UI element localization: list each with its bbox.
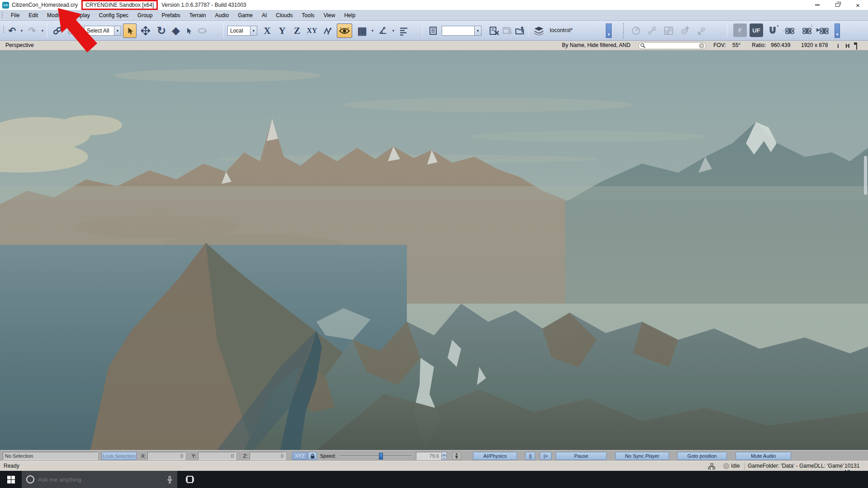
viewport-scrollbar[interactable] xyxy=(864,156,867,195)
follow-terrain-icon-button[interactable] xyxy=(321,23,335,38)
menu-file[interactable]: File xyxy=(6,11,24,20)
axis-lock-button[interactable] xyxy=(308,452,317,460)
cortana-search-bar[interactable] xyxy=(22,471,177,488)
speed-spinner[interactable]: ▲▼ xyxy=(442,452,447,460)
coord-space-caret-icon[interactable]: ▼ xyxy=(250,26,257,35)
toolbar-overflow-button[interactable]: ▼ xyxy=(835,23,840,38)
filter-mode-label[interactable]: By Name, Hide filtered, AND xyxy=(562,42,630,48)
menu-view[interactable]: View xyxy=(319,11,340,20)
task-view-button[interactable] xyxy=(180,471,200,488)
save-selection-button[interactable] xyxy=(500,23,514,38)
freeze-f-button[interactable]: F xyxy=(733,23,747,37)
fov-label[interactable]: FOV: xyxy=(713,42,726,48)
viewport-mode-label[interactable]: Perspective xyxy=(5,42,34,48)
physics-simulate-button[interactable]: ▶ xyxy=(817,23,831,38)
x-coordinate-input[interactable] xyxy=(150,453,183,459)
selection-info-field[interactable] xyxy=(3,452,98,460)
taskbar-search-input[interactable] xyxy=(38,476,167,483)
pause-physics-button[interactable]: || xyxy=(525,452,535,460)
coord-space-combo[interactable]: Local ▼ xyxy=(227,26,257,36)
redo-dropdown-icon[interactable]: ▾ xyxy=(40,23,45,38)
selection-filter-combo[interactable]: Select All ▼ xyxy=(84,26,121,36)
layer-dropdown-button[interactable]: ▼ xyxy=(606,23,612,38)
search-clear-icon[interactable]: ✕ xyxy=(699,43,704,48)
nodes-tool-icon[interactable] xyxy=(646,23,659,38)
menu-game[interactable]: Game xyxy=(233,11,257,20)
move-tool-button[interactable] xyxy=(139,23,152,38)
axis-x-button[interactable]: X xyxy=(260,23,274,38)
physics-reset-state-button[interactable]: ↓ xyxy=(800,23,814,38)
menu-audio[interactable]: Audio xyxy=(211,11,234,20)
minimize-button[interactable] xyxy=(807,0,827,10)
x-coordinate-field[interactable] xyxy=(147,452,185,460)
redo-button[interactable]: ↷ xyxy=(25,23,39,38)
named-selection-combo[interactable]: ▼ xyxy=(442,26,481,36)
menu-group[interactable]: Group xyxy=(133,11,157,20)
current-layer-combo[interactable]: tocontrol* xyxy=(550,27,573,33)
helpers-button[interactable]: H xyxy=(845,42,849,49)
unfreeze-uf-button[interactable]: UF xyxy=(750,23,763,37)
scale-tool-button[interactable]: ◆ xyxy=(169,23,183,38)
menu-modify[interactable]: Modify xyxy=(42,11,67,20)
ratio-value[interactable]: 960:439 xyxy=(771,42,790,48)
viewport-layout-icon[interactable] xyxy=(856,42,857,50)
ratio-label[interactable]: Ratio: xyxy=(752,42,766,48)
ruler-button[interactable] xyxy=(397,23,410,38)
export-selection-button[interactable] xyxy=(487,23,501,38)
selection-info-input[interactable] xyxy=(5,453,95,459)
axis-y-button[interactable]: Y xyxy=(275,23,289,38)
y-coordinate-input[interactable] xyxy=(200,453,234,459)
menu-display[interactable]: Display xyxy=(67,11,94,20)
unlink-button[interactable] xyxy=(65,23,79,38)
grid-dots-tool-icon[interactable] xyxy=(662,23,675,38)
start-button[interactable] xyxy=(0,471,22,488)
grid-snap-button[interactable]: ▦ xyxy=(355,23,369,38)
step-physics-button[interactable]: |> xyxy=(540,452,552,460)
undo-dropdown-icon[interactable]: ▾ xyxy=(19,23,24,38)
perspective-viewport[interactable] xyxy=(0,51,868,450)
menu-help[interactable]: Help xyxy=(340,11,360,20)
fov-value[interactable]: 55° xyxy=(732,42,741,48)
axis-xy-button[interactable]: XY xyxy=(305,23,319,38)
speed-slider[interactable] xyxy=(340,455,411,457)
menu-clouds[interactable]: Clouds xyxy=(271,11,297,20)
node-flag-tool-icon[interactable] xyxy=(694,23,708,38)
lock-selection-button[interactable]: Lock Selection xyxy=(102,452,137,460)
resolution-value[interactable]: 1920 x 878 xyxy=(801,42,828,48)
microphone-icon[interactable] xyxy=(167,476,173,483)
restore-button[interactable] xyxy=(827,0,848,10)
axis-z-button[interactable]: Z xyxy=(290,23,304,38)
named-selection-button[interactable] xyxy=(426,23,440,38)
walk-mode-button[interactable] xyxy=(452,452,461,460)
magnet-snap-button[interactable]: • xyxy=(766,23,779,38)
undo-button[interactable]: ↶ xyxy=(5,23,19,38)
viewport-search-input[interactable] xyxy=(646,43,699,48)
spinner-down-icon[interactable]: ▼ xyxy=(442,456,447,460)
selection-filter-caret-icon[interactable]: ▼ xyxy=(114,26,121,35)
select-and-move-button[interactable] xyxy=(182,23,195,38)
no-sync-player-button[interactable]: No Sync Player xyxy=(615,452,669,460)
speed-value-field[interactable] xyxy=(416,452,441,460)
rotate-tool-button[interactable]: ↻ xyxy=(155,23,168,38)
menu-prefabs[interactable]: Prefabs xyxy=(157,11,184,20)
y-coordinate-field[interactable] xyxy=(198,452,236,460)
menu-edit[interactable]: Edit xyxy=(24,11,42,20)
speed-value-input[interactable] xyxy=(418,453,439,459)
grid-snap-dropdown-icon[interactable]: ▾ xyxy=(370,23,375,38)
rotate-circle-tool-button[interactable] xyxy=(195,23,209,38)
menu-tools[interactable]: Tools xyxy=(297,11,319,20)
z-coordinate-input[interactable] xyxy=(252,453,283,459)
ai-physics-button[interactable]: AI/Physics xyxy=(473,452,517,460)
mute-audio-button[interactable]: Mute Audio xyxy=(736,452,791,460)
spinner-up-icon[interactable]: ▲ xyxy=(442,452,447,456)
link-button[interactable] xyxy=(51,23,64,38)
sphere-arrow-tool-icon[interactable] xyxy=(678,23,692,38)
menu-ai[interactable]: AI xyxy=(257,11,271,20)
close-button[interactable]: × xyxy=(848,0,868,10)
angle-snap-button[interactable] xyxy=(376,23,390,38)
menu-terrain[interactable]: Terrain xyxy=(185,11,211,20)
xyz-lock-button[interactable]: XYZ xyxy=(292,452,307,460)
layers-icon[interactable] xyxy=(532,23,546,38)
named-selection-caret-icon[interactable]: ▼ xyxy=(474,26,481,35)
menu-config-spec[interactable]: Config Spec xyxy=(94,11,133,20)
